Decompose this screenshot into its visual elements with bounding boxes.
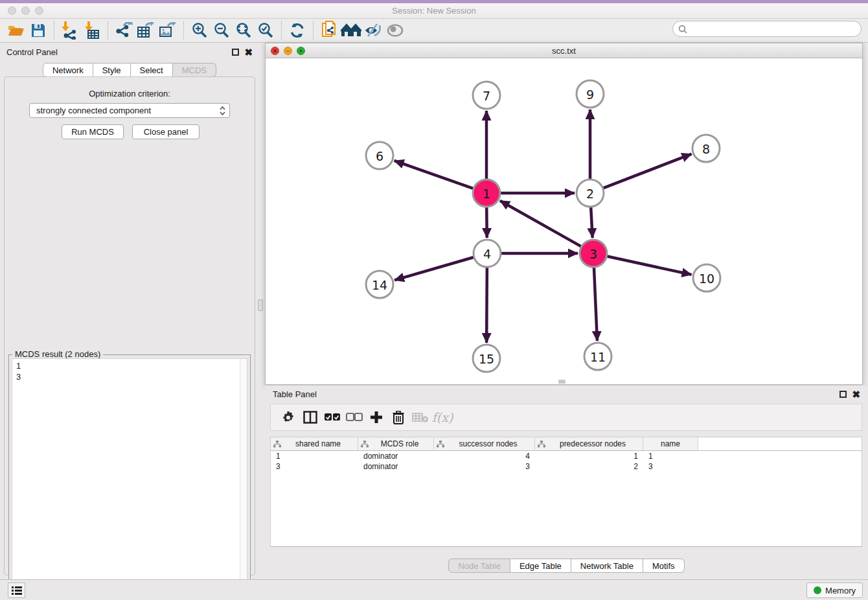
edge-4-15[interactable] <box>486 265 487 343</box>
export-image-icon[interactable] <box>157 20 179 41</box>
minimize-window-icon[interactable] <box>21 6 30 15</box>
tab-style[interactable]: Style <box>93 63 131 77</box>
import-table-icon[interactable] <box>81 20 103 41</box>
cell-predecessor-nodes-row2[interactable]: 2 <box>535 462 643 471</box>
zoom-in-icon[interactable] <box>188 20 211 41</box>
refresh-view-icon[interactable] <box>286 20 308 41</box>
tab-network[interactable]: Network <box>43 63 93 77</box>
edge-1-6[interactable] <box>394 161 475 189</box>
column-header-predecessor-nodes[interactable]: predecessor nodes <box>535 437 643 450</box>
cell-shared-name-row1[interactable]: 1 <box>271 452 358 461</box>
network-maximize-icon[interactable]: + <box>297 47 305 55</box>
float-panel-icon[interactable] <box>232 49 239 56</box>
control-panel-title: Control Panel <box>6 47 58 57</box>
import-network-icon[interactable] <box>59 20 81 41</box>
cell-mcds-role-row2[interactable]: dominator <box>358 462 434 471</box>
run-mcds-button[interactable]: Run MCDS <box>62 124 124 139</box>
node-10[interactable]: 10 <box>693 264 720 292</box>
clone-network-icon[interactable] <box>318 20 340 41</box>
table-row-1[interactable]: 1dominator411 <box>271 451 862 461</box>
search-icon <box>678 25 687 34</box>
edge-1-4[interactable] <box>486 205 487 238</box>
zoom-fit-icon[interactable] <box>233 20 255 41</box>
show-graphics-details-icon[interactable] <box>384 20 406 41</box>
canvas-scroll-thumb[interactable] <box>558 380 565 384</box>
column-header-mcds-role[interactable]: MCDS role <box>358 437 434 450</box>
node-label: 11 <box>590 350 606 364</box>
deselect-all-columns-icon[interactable] <box>345 408 364 427</box>
panel-divider-handle[interactable] <box>258 299 263 311</box>
node-11[interactable]: 11 <box>584 343 611 370</box>
tab-mcds[interactable]: MCDS <box>173 63 216 77</box>
tab-select[interactable]: Select <box>131 63 173 77</box>
optimization-criterion-label: Optimization criterion: <box>5 89 255 98</box>
maximize-window-icon[interactable] <box>35 6 43 15</box>
cell-shared-name-row2[interactable]: 3 <box>271 462 358 471</box>
tab-edge-table[interactable]: Edge Table <box>510 559 571 573</box>
node-14[interactable]: 14 <box>366 271 393 298</box>
network-window-titlebar[interactable]: ✕ − + scc.txt <box>266 43 862 58</box>
column-header-name[interactable]: name <box>643 437 698 450</box>
close-panel-icon[interactable]: ✖ <box>244 49 253 56</box>
hide-graphics-details-icon[interactable] <box>362 20 384 41</box>
node-3[interactable]: 3 <box>580 240 607 267</box>
zoom-out-icon[interactable] <box>211 20 233 41</box>
zoom-selected-icon[interactable] <box>255 20 277 41</box>
tab-motifs[interactable]: Motifs <box>643 559 685 573</box>
node-6[interactable]: 6 <box>366 142 393 169</box>
tab-node-table[interactable]: Node Table <box>448 559 510 573</box>
memory-button[interactable]: Memory <box>806 583 863 598</box>
close-table-panel-icon[interactable]: ✖ <box>852 391 860 398</box>
table-settings-gear-icon[interactable] <box>279 408 298 427</box>
node-15[interactable]: 15 <box>473 345 500 372</box>
edge-2-8[interactable] <box>601 154 692 189</box>
open-session-icon[interactable] <box>5 20 27 41</box>
cell-successor-nodes-row2[interactable]: 3 <box>434 462 535 471</box>
column-header-shared-name[interactable]: shared name <box>271 437 358 450</box>
tab-network-table[interactable]: Network Table <box>571 559 643 573</box>
close-window-icon[interactable] <box>8 6 16 15</box>
cell-successor-nodes-row1[interactable]: 4 <box>434 452 535 461</box>
select-all-columns-icon[interactable] <box>323 408 342 427</box>
node-7[interactable]: 7 <box>473 82 500 109</box>
split-columns-icon[interactable] <box>301 408 320 427</box>
network-close-icon[interactable]: ✕ <box>271 47 279 55</box>
close-panel-button[interactable]: Close panel <box>132 124 200 139</box>
node-8[interactable]: 8 <box>692 135 720 162</box>
cell-name-row2[interactable]: 3 <box>643 462 698 471</box>
table-panel-title: Table Panel <box>273 389 317 399</box>
task-history-button[interactable] <box>8 583 25 598</box>
add-column-icon[interactable] <box>367 408 386 427</box>
delete-column-trash-icon[interactable] <box>389 408 408 427</box>
cell-name-row1[interactable]: 1 <box>643 452 698 461</box>
table-row-3[interactable]: 3dominator323 <box>271 461 862 472</box>
float-table-panel-icon[interactable] <box>839 391 847 398</box>
network-minimize-icon[interactable]: − <box>284 47 292 55</box>
node-9[interactable]: 9 <box>577 80 604 108</box>
network-home-icon[interactable] <box>340 20 362 41</box>
save-session-icon[interactable] <box>27 20 49 41</box>
column-header-successor-nodes[interactable]: successor nodes <box>434 437 535 450</box>
column-header-label: MCDS role <box>369 439 431 448</box>
result-scrollbar[interactable] <box>240 359 247 597</box>
optimization-criterion-select[interactable]: strongly connected component <box>29 103 230 118</box>
edge-3-10[interactable] <box>605 256 692 275</box>
edge-3-1[interactable] <box>500 201 583 248</box>
window-controls-inactive[interactable] <box>8 6 43 15</box>
mcds-result-textarea[interactable]: 13 <box>12 358 247 597</box>
node-label: 10 <box>699 271 714 286</box>
node-1[interactable]: 1 <box>473 179 500 207</box>
mcds-result-groupbox: MCDS result (2 nodes) 13 <box>8 354 251 600</box>
export-network-icon[interactable] <box>113 20 135 41</box>
edge-3-11[interactable] <box>594 265 597 341</box>
edge-4-14[interactable] <box>394 257 476 280</box>
cell-predecessor-nodes-row1[interactable]: 1 <box>535 452 643 461</box>
edge-2-3[interactable] <box>591 205 593 238</box>
export-table-icon[interactable] <box>135 20 157 41</box>
search-input[interactable] <box>691 24 856 34</box>
session-title: Session: New Session <box>392 6 475 16</box>
node-4[interactable]: 4 <box>474 240 501 267</box>
node-2[interactable]: 2 <box>577 179 604 207</box>
network-canvas[interactable]: 7968124314101511 <box>266 58 862 384</box>
cell-mcds-role-row1[interactable]: dominator <box>358 452 434 461</box>
